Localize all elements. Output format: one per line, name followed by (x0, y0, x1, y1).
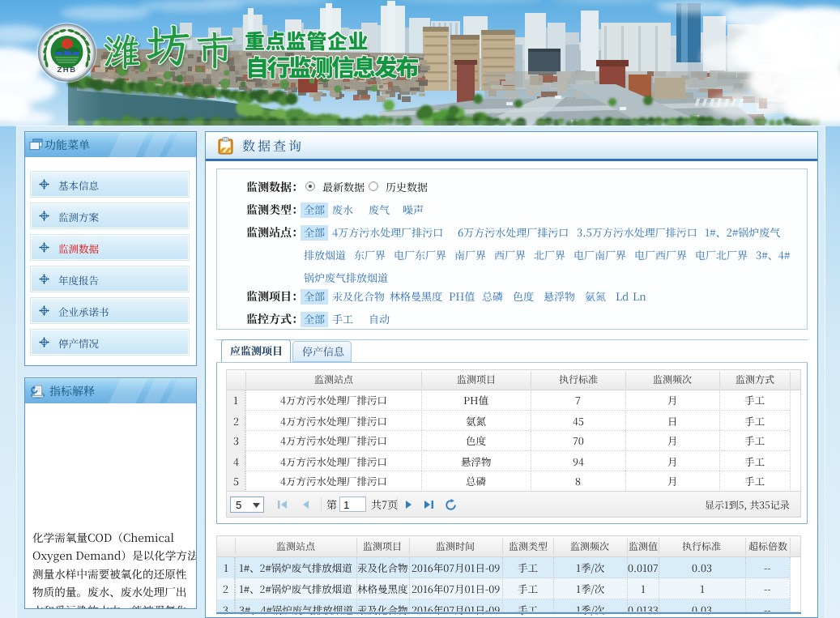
svg-text:ZHB: ZHB (57, 65, 76, 74)
